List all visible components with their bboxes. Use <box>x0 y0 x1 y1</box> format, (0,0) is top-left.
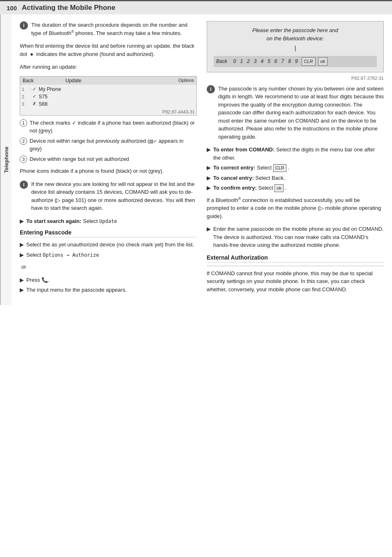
paragraph-2: After running an update: <box>20 63 197 71</box>
paragraph-1: When first entering the device list and … <box>20 42 197 58</box>
num-key-2[interactable]: 2 <box>246 57 251 65</box>
paragraph-3: Phone icons indicate if a phone is found… <box>20 167 197 175</box>
clr-inline-btn: CLR <box>273 164 286 172</box>
external-auth-text: If COMAND cannot find your mobile phone,… <box>207 269 384 294</box>
page-header: 100 Activating the Mobile Phone <box>0 0 392 14</box>
right-item-4: ▶ To confirm entry: Select ok . <box>207 184 384 192</box>
num-item-1: 1 The check marks ✓ indicate if a phone … <box>20 119 197 135</box>
passcode-line2: on the Bluetooth device: <box>267 35 324 42</box>
device-row-3: 3 ✗ S68 <box>22 100 195 108</box>
section-entering-passcode: Entering Passcode <box>20 229 197 237</box>
press-item: ▶ Press 📞. <box>20 276 197 284</box>
num-key-7[interactable]: 7 <box>280 57 286 65</box>
info-block-1: i The duration of the search procedure d… <box>20 21 197 37</box>
num-list: 1 The check marks ✓ indicate if a phone … <box>20 119 197 163</box>
press-list: ▶ Press 📞. ▶ The input menu for the pass… <box>20 276 197 294</box>
num-item-3-text: Device within range but not yet authoriz… <box>30 155 129 163</box>
passcode-screen-ref: P82.87-3782-31 <box>207 76 384 81</box>
start-search-text: To start search again: Select Update <box>26 217 117 225</box>
divider <box>207 266 384 266</box>
start-search-item: ▶ To start search again: Select Update <box>20 217 197 225</box>
page-number: 100 <box>7 5 17 12</box>
passcode-screen: Please enter the passcode here and on th… <box>207 21 384 72</box>
num-item-2-text: Device not within range but previously a… <box>30 137 197 153</box>
ok-button[interactable]: ok <box>318 57 328 66</box>
device-row-1: 1 · ✓ My Phone <box>22 86 195 93</box>
device-list-ref: P82.87-4443-31 <box>20 109 196 115</box>
info-block-3: i The passcode is any number chosen by y… <box>207 85 384 141</box>
info-icon-1: i <box>20 21 28 30</box>
or-text: or <box>21 263 197 271</box>
num-key-8[interactable]: 8 <box>287 57 292 65</box>
bluetooth-note: If a Bluetooth® connection is establishe… <box>207 196 384 220</box>
passcode-numbar: Back 0 1 2 3 4 5 6 7 8 9 CLR ok <box>214 56 377 67</box>
section-external-auth: External Authorization <box>207 254 384 262</box>
info-text-1: The duration of the search procedure dep… <box>31 21 197 37</box>
num-key-0[interactable]: 0 <box>232 57 238 65</box>
info-text-2: If the new device you are looking for wi… <box>31 180 197 212</box>
right-column: Please enter the passcode here and on th… <box>207 21 384 298</box>
num-item-2: 2 Device not within range but previously… <box>20 137 197 153</box>
entering-passcode-list: ▶ Select the as yet unauthorized device … <box>20 241 197 259</box>
num-key-4[interactable]: 4 <box>259 57 265 65</box>
header-options: Options <box>151 78 194 84</box>
passcode-line1: Please enter the passcode here and <box>252 27 338 33</box>
num-circle-3: 3 <box>20 155 27 163</box>
enter-same-item: ▶ Enter the same passcode on the mobile … <box>207 225 384 249</box>
num-circle-1: 1 <box>20 119 27 127</box>
num-key-1[interactable]: 1 <box>239 57 244 65</box>
device-row-2: 2 ✓ S75 <box>22 93 195 100</box>
main-content: i The duration of the search procedure d… <box>12 14 392 305</box>
entering-item-1: ▶ Select the as yet unauthorized device … <box>20 241 197 249</box>
input-menu-item: ▶ The input menu for the passcode appear… <box>20 286 197 294</box>
device-list-body: 1 · ✓ My Phone 2 ✓ S75 3 <box>20 85 196 109</box>
num-key-5[interactable]: 5 <box>266 57 272 65</box>
info-block-2: i If the new device you are looking for … <box>20 180 197 212</box>
info-text-3: The passcode is any number chosen by you… <box>218 85 384 141</box>
info-icon-2: i <box>20 181 28 189</box>
passcode-cursor: | <box>214 44 377 53</box>
ok-inline-btn: ok <box>274 184 284 192</box>
entering-item-2: ▶ Select Options → Authorize <box>20 251 197 259</box>
clr-button[interactable]: CLR <box>302 57 316 66</box>
device-list-box: Back Update Options 1 · ✓ My Phone <box>20 76 197 116</box>
info-icon-3: i <box>207 85 215 93</box>
right-item-2: ▶ To correct entry: Select CLR . <box>207 164 384 172</box>
header-back: Back <box>23 78 65 84</box>
num-key-3[interactable]: 3 <box>253 57 258 65</box>
num-circle-2: 2 <box>20 137 27 145</box>
left-column: i The duration of the search procedure d… <box>20 21 197 298</box>
sidebar-label: Telephone <box>0 14 12 305</box>
right-arrow-list: ▶ To enter from COMAND: Select the digit… <box>207 146 384 192</box>
num-item-1-text: The check marks ✓ indicate if a phone ha… <box>30 119 197 135</box>
right-item-3: ▶ To cancel entry: Select Back. <box>207 174 384 182</box>
arrow-sym-start: ▶ <box>20 217 24 225</box>
num-item-3: 3 Device within range but not yet author… <box>20 155 197 163</box>
page-title: Activating the Mobile Phone <box>22 4 115 12</box>
right-item-1: ▶ To enter from COMAND: Select the digit… <box>207 146 384 162</box>
num-key-6[interactable]: 6 <box>273 57 279 65</box>
num-key-9[interactable]: 9 <box>294 57 299 65</box>
device-list-header: Back Update Options <box>20 77 196 85</box>
header-update: Update <box>65 78 151 84</box>
passcode-back-btn[interactable]: Back <box>216 58 227 65</box>
